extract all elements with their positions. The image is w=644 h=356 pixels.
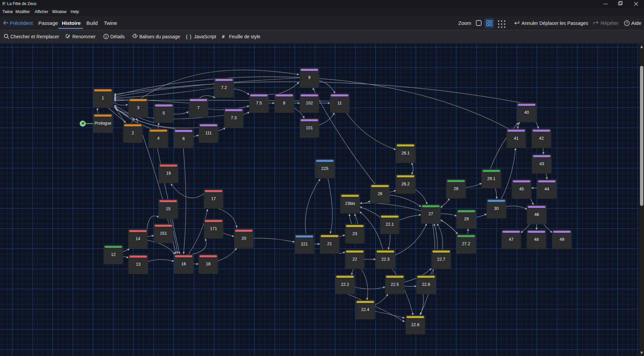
svg-text:?: ? [626,21,628,25]
